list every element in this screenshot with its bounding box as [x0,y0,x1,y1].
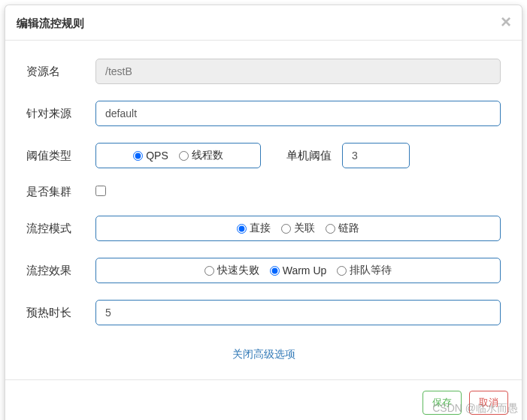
dialog-body: 资源名 针对来源 阈值类型 QPS 线程数 单机阈值 是否集 [5,41,522,379]
radio-threads-label: 线程数 [192,149,223,162]
source-input[interactable] [95,101,501,126]
radio-relate-input[interactable] [281,224,291,234]
effect-group: 快速失败 Warm Up 排队等待 [95,258,501,283]
threshold-value-input[interactable] [342,143,410,168]
source-label: 针对来源 [26,107,95,121]
warmup-label: 预热时长 [26,306,95,320]
radio-threads[interactable]: 线程数 [179,149,223,162]
radio-queue-label: 排队等待 [350,264,392,277]
row-resource: 资源名 [26,59,501,84]
close-advanced-link[interactable]: 关闭高级选项 [26,342,501,372]
cluster-checkbox-holder [95,186,106,198]
cluster-label: 是否集群 [26,185,95,199]
threshold-value-label: 单机阈值 [286,149,332,163]
effect-label: 流控效果 [26,264,95,278]
radio-chain[interactable]: 链路 [326,222,359,235]
warmup-input[interactable] [95,300,501,325]
row-threshold-type: 阈值类型 QPS 线程数 单机阈值 [26,143,501,168]
threshold-type-label: 阈值类型 [26,149,95,163]
edit-flow-rule-dialog: 编辑流控规则 × 资源名 针对来源 阈值类型 QPS 线程数 [5,5,522,420]
row-source: 针对来源 [26,101,501,126]
cluster-checkbox[interactable] [95,186,106,196]
dialog-header: 编辑流控规则 × [5,5,522,41]
radio-warmup[interactable]: Warm Up [270,264,327,276]
mode-label: 流控模式 [26,222,95,236]
radio-fail[interactable]: 快速失败 [204,264,259,277]
radio-warmup-input[interactable] [270,266,280,276]
row-mode: 流控模式 直接 关联 链路 [26,216,501,241]
radio-fail-input[interactable] [204,266,214,276]
radio-fail-label: 快速失败 [217,264,259,277]
radio-warmup-label: Warm Up [283,264,327,276]
row-warmup: 预热时长 [26,300,501,325]
resource-input [95,59,501,84]
threshold-type-group: QPS 线程数 [95,143,261,168]
radio-qps[interactable]: QPS [133,150,168,162]
dialog-title: 编辑流控规则 [17,17,510,31]
mode-group: 直接 关联 链路 [95,216,501,241]
radio-direct-input[interactable] [237,224,247,234]
radio-threads-input[interactable] [179,151,189,161]
close-icon[interactable]: × [501,13,511,31]
radio-qps-label: QPS [146,150,168,162]
radio-relate-label: 关联 [294,222,315,235]
radio-chain-label: 链路 [338,222,359,235]
radio-relate[interactable]: 关联 [281,222,315,235]
row-cluster: 是否集群 [26,185,501,199]
radio-queue-input[interactable] [337,266,347,276]
radio-chain-input[interactable] [326,224,335,234]
radio-direct[interactable]: 直接 [237,222,271,235]
radio-direct-label: 直接 [250,222,271,235]
row-effect: 流控效果 快速失败 Warm Up 排队等待 [26,258,501,283]
radio-queue[interactable]: 排队等待 [337,264,392,277]
radio-qps-input[interactable] [133,151,143,161]
watermark: CSDN @临水而愚 [432,402,518,415]
resource-label: 资源名 [26,65,95,79]
